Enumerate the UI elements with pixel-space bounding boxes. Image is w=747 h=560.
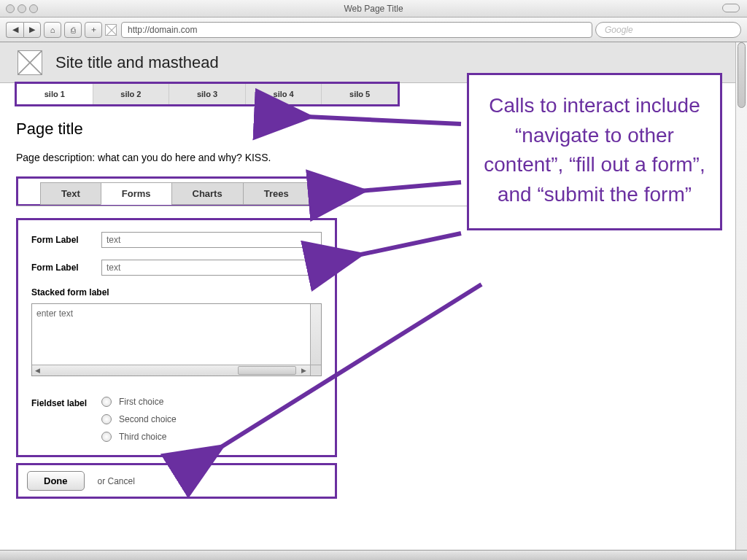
print-button[interactable]: ⎙	[64, 22, 82, 38]
address-text: http://domain.com	[128, 25, 197, 35]
minimize-icon[interactable]	[18, 4, 26, 13]
cancel-link[interactable]: or Cancel	[98, 476, 135, 486]
window-controls[interactable]	[6, 4, 38, 13]
window-title: Web Page Title	[0, 4, 747, 14]
favicon-placeholder-icon	[105, 24, 117, 36]
form-label-2: Form Label	[31, 262, 101, 273]
add-button[interactable]: ＋	[85, 22, 102, 38]
textarea-hscroll[interactable]: ▶	[32, 365, 321, 376]
resize-grip-icon[interactable]	[310, 365, 321, 376]
text-input-2[interactable]	[101, 260, 322, 276]
silo-tab-2[interactable]: silo 2	[93, 84, 170, 104]
text-input-1[interactable]	[101, 232, 322, 248]
page-vscroll[interactable]	[735, 42, 747, 550]
radio-label: Second choice	[119, 414, 177, 424]
tab-charts[interactable]: Charts	[171, 182, 244, 205]
form-actions: Done or Cancel	[16, 463, 337, 499]
textarea-vscroll[interactable]	[310, 304, 321, 365]
tab-trees[interactable]: Trees	[243, 182, 310, 205]
tab-forms[interactable]: Forms	[101, 182, 172, 205]
window-titlebar: Web Page Title	[0, 0, 747, 18]
search-placeholder: Google	[605, 25, 633, 35]
radio-icon[interactable]	[101, 397, 112, 407]
search-input[interactable]: Google	[595, 22, 741, 38]
silo-tab-1[interactable]: silo 1	[17, 84, 93, 104]
textarea-input[interactable]: enter text ▶	[31, 303, 322, 376]
close-icon[interactable]	[6, 4, 15, 13]
radio-icon[interactable]	[101, 414, 112, 424]
back-button[interactable]: ◀	[6, 22, 23, 38]
form-panel: Form Label Form Label Stacked form label…	[16, 218, 337, 457]
tab-bar: TextFormsChartsTrees	[16, 176, 314, 206]
stacked-form-label: Stacked form label	[31, 287, 322, 298]
silo-tab-4[interactable]: silo 4	[246, 84, 322, 104]
zoom-icon[interactable]	[29, 4, 38, 13]
scroll-thumb[interactable]	[738, 42, 746, 108]
browser-toolbar: ◀ ▶ ⌂ ⎙ ＋ http://domain.com Google	[0, 18, 747, 42]
form-label-1: Form Label	[31, 235, 101, 245]
done-button[interactable]: Done	[27, 471, 85, 491]
radio-choice-2[interactable]: Second choice	[101, 414, 177, 424]
home-button[interactable]: ⌂	[44, 22, 61, 38]
silo-tab-3[interactable]: silo 3	[169, 84, 246, 104]
annotation-text: Calls to interact include “navigate to o…	[484, 94, 705, 206]
site-title: Site title and masthead	[55, 53, 219, 72]
radio-choice-3[interactable]: Third choice	[101, 432, 177, 442]
radio-choice-1[interactable]: First choice	[101, 397, 177, 407]
radio-icon[interactable]	[101, 432, 112, 442]
fieldset-label: Fieldset label	[31, 397, 101, 442]
logo-placeholder-icon	[18, 50, 42, 75]
tab-text[interactable]: Text	[40, 182, 101, 205]
forward-button[interactable]: ▶	[23, 22, 41, 38]
address-bar[interactable]: http://domain.com	[121, 22, 592, 38]
silo-tab-5[interactable]: silo 5	[322, 84, 398, 104]
radio-label: Third choice	[119, 432, 166, 442]
textarea-placeholder: enter text	[36, 308, 73, 319]
annotation-callout: Calls to interact include “navigate to o…	[467, 73, 722, 230]
status-bar	[0, 550, 747, 560]
silo-nav: silo 1silo 2silo 3silo 4silo 5	[15, 82, 400, 106]
toolbar-pill-icon[interactable]	[722, 4, 740, 12]
radio-label: First choice	[119, 397, 163, 407]
